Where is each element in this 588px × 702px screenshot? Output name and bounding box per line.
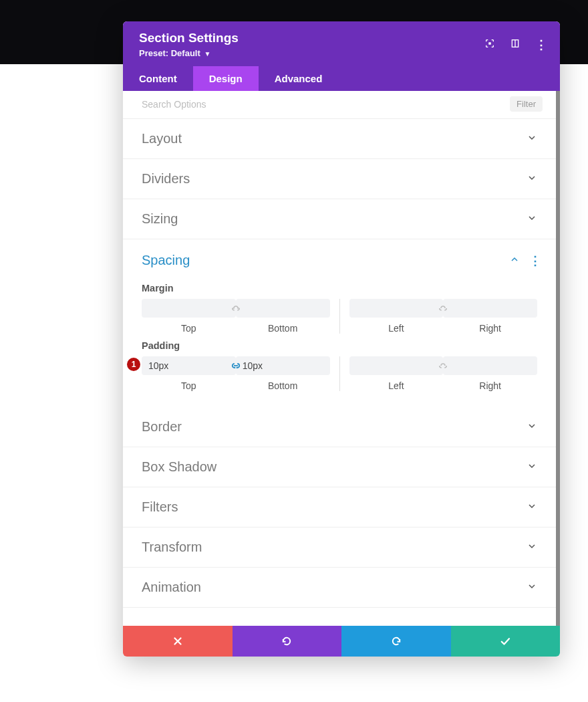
padding-pair-lr: Left Right	[349, 356, 538, 391]
chevron-down-icon	[527, 172, 537, 186]
section-label: Dividers	[142, 171, 190, 187]
padding-bottom-input[interactable]	[236, 356, 330, 375]
section-label: Animation	[142, 580, 201, 595]
section-spacing-header[interactable]: Spacing ⋮	[123, 239, 556, 272]
section-settings-modal: Section Settings Preset: Default ▼ ⋮ Con…	[123, 21, 560, 657]
filter-button[interactable]: Filter	[510, 96, 543, 112]
settings-body[interactable]: Search Options Filter Layout Dividers Si…	[123, 91, 560, 626]
margin-pair-tb: Top Bottom	[142, 299, 330, 334]
cancel-button[interactable]	[123, 626, 233, 657]
redo-button[interactable]	[341, 626, 451, 657]
margin-right-input[interactable]	[443, 299, 537, 318]
modal-title: Section Settings	[139, 31, 484, 45]
margin-top-input[interactable]	[142, 299, 236, 318]
section-label: Transform	[142, 540, 202, 555]
chevron-down-icon	[527, 501, 537, 514]
modal-footer	[123, 626, 560, 657]
more-options-icon[interactable]: ⋮	[535, 39, 547, 51]
focus-mode-icon[interactable]	[484, 38, 495, 51]
help-link[interactable]: ?Help	[123, 608, 556, 626]
link-icon[interactable]	[229, 302, 243, 315]
chevron-up-icon	[509, 254, 520, 267]
side-label-bottom: Bottom	[236, 380, 330, 391]
section-dividers[interactable]: Dividers	[123, 159, 556, 199]
chevron-down-icon	[527, 421, 537, 434]
preset-dropdown[interactable]: Preset: Default ▼	[139, 48, 484, 58]
section-label: Spacing	[142, 253, 190, 268]
side-label-top: Top	[142, 380, 236, 391]
header-left: Section Settings Preset: Default ▼	[139, 31, 484, 58]
preset-value: Default	[171, 48, 200, 58]
responsive-view-icon[interactable]	[510, 38, 521, 51]
tabs: Content Design Advanced	[123, 66, 560, 91]
padding-left-input[interactable]	[349, 356, 444, 375]
divider	[339, 299, 340, 334]
chevron-down-icon	[527, 213, 537, 226]
chevron-down-icon	[527, 461, 537, 474]
section-options-icon[interactable]: ⋮	[529, 253, 541, 268]
tab-advanced[interactable]: Advanced	[259, 66, 339, 91]
padding-pair-tb: Top Bottom	[142, 356, 330, 391]
section-label: Layout	[142, 131, 182, 146]
modal-header: Section Settings Preset: Default ▼ ⋮	[123, 21, 560, 66]
chevron-down-icon	[527, 541, 537, 554]
link-icon[interactable]	[436, 359, 450, 372]
margin-left-input[interactable]	[349, 299, 444, 318]
margin-label: Margin	[142, 283, 537, 294]
tab-content[interactable]: Content	[123, 66, 193, 91]
preset-prefix: Preset:	[139, 48, 171, 58]
link-icon[interactable]	[436, 302, 450, 315]
section-filters[interactable]: Filters	[123, 487, 556, 528]
svg-rect-0	[489, 42, 491, 44]
caret-down-icon: ▼	[204, 50, 210, 57]
section-layout[interactable]: Layout	[123, 119, 556, 159]
search-placeholder[interactable]: Search Options	[142, 99, 206, 110]
section-label: Border	[142, 419, 182, 435]
chevron-down-icon	[527, 581, 537, 594]
margin-pair-lr: Left Right	[349, 299, 538, 334]
redo-icon	[390, 635, 402, 647]
section-label: Sizing	[142, 211, 178, 227]
save-button[interactable]	[451, 626, 561, 657]
section-animation[interactable]: Animation	[123, 568, 556, 608]
side-label-bottom: Bottom	[236, 323, 330, 334]
chevron-down-icon	[527, 132, 537, 146]
section-sizing[interactable]: Sizing	[123, 199, 556, 239]
link-icon[interactable]	[229, 359, 243, 372]
annotation-badge: 1	[127, 358, 140, 371]
close-icon	[172, 635, 184, 647]
section-spacing-body: Margin Top Bottom	[123, 272, 556, 407]
padding-inputs: 1 Top Bottom	[142, 356, 537, 391]
check-icon	[499, 635, 511, 647]
undo-button[interactable]	[233, 626, 342, 657]
side-label-top: Top	[142, 323, 236, 334]
side-label-left: Left	[349, 323, 444, 334]
section-border[interactable]: Border	[123, 407, 556, 447]
divider	[339, 356, 340, 391]
section-label: Box Shadow	[142, 459, 216, 475]
side-label-right: Right	[443, 380, 537, 391]
padding-top-input[interactable]	[142, 356, 236, 375]
padding-right-input[interactable]	[443, 356, 537, 375]
header-actions: ⋮	[484, 38, 547, 51]
section-transform[interactable]: Transform	[123, 528, 556, 568]
side-label-right: Right	[443, 323, 537, 334]
margin-inputs: Top Bottom Left	[142, 299, 537, 334]
padding-label: Padding	[142, 340, 537, 351]
section-label: Filters	[142, 499, 178, 515]
side-label-left: Left	[349, 380, 444, 391]
tab-design[interactable]: Design	[193, 66, 259, 91]
search-row: Search Options Filter	[123, 91, 556, 119]
section-box-shadow[interactable]: Box Shadow	[123, 447, 556, 487]
undo-icon	[281, 635, 293, 647]
margin-bottom-input[interactable]	[236, 299, 330, 318]
